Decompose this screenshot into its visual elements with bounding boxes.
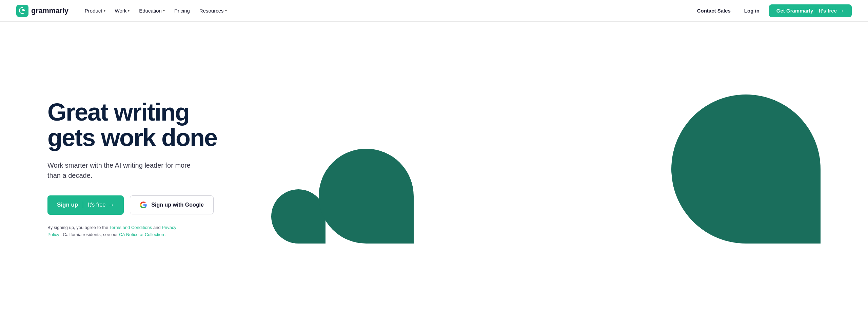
hero-content: Great writing gets work done Work smarte… bbox=[47, 100, 237, 238]
hero-section: Great writing gets work done Work smarte… bbox=[0, 22, 868, 316]
nav-item-education[interactable]: Education ▾ bbox=[135, 5, 169, 16]
logo-link[interactable]: grammarly bbox=[16, 5, 68, 17]
nav-resources-label: Resources bbox=[199, 8, 224, 14]
legal-and: and bbox=[153, 225, 162, 230]
hero-title: Great writing gets work done bbox=[47, 100, 237, 151]
work-chevron-icon: ▾ bbox=[128, 9, 130, 13]
hero-illustration bbox=[251, 88, 821, 250]
bubble-medium bbox=[319, 149, 414, 244]
ca-notice-link[interactable]: CA Notice at Collection bbox=[119, 232, 164, 237]
bubble-small bbox=[271, 189, 326, 244]
google-signup-label: Sign up with Google bbox=[151, 202, 204, 208]
legal-before: By signing up, you agree to the bbox=[47, 225, 110, 230]
navbar-left: grammarly Product ▾ Work ▾ Education ▾ P… bbox=[16, 5, 231, 17]
get-grammarly-label: Get Grammarly bbox=[776, 8, 813, 14]
nav-item-pricing[interactable]: Pricing bbox=[170, 5, 194, 16]
nav-item-product[interactable]: Product ▾ bbox=[81, 5, 110, 16]
login-button[interactable]: Log in bbox=[740, 5, 764, 16]
nav-education-label: Education bbox=[139, 8, 162, 14]
signup-free-label: It's free bbox=[88, 202, 105, 208]
google-icon bbox=[140, 201, 147, 209]
signup-separator bbox=[83, 202, 83, 208]
legal-text: By signing up, you agree to the Terms an… bbox=[47, 224, 176, 238]
product-chevron-icon: ▾ bbox=[104, 9, 105, 13]
legal-period: . bbox=[165, 232, 167, 237]
nav-links: Product ▾ Work ▾ Education ▾ Pricing Res… bbox=[81, 5, 231, 16]
get-grammarly-free-label: It's free bbox=[819, 8, 837, 14]
svg-rect-0 bbox=[16, 5, 28, 17]
google-signup-button[interactable]: Sign up with Google bbox=[130, 195, 214, 214]
signup-label: Sign up bbox=[57, 202, 78, 208]
grammarly-logo-icon bbox=[16, 5, 28, 17]
legal-after: . California residents, see our bbox=[60, 232, 119, 237]
svg-rect-1 bbox=[22, 10, 25, 11]
navbar: grammarly Product ▾ Work ▾ Education ▾ P… bbox=[0, 0, 868, 22]
contact-sales-button[interactable]: Contact Sales bbox=[693, 5, 735, 16]
hero-subtitle: Work smarter with the AI writing leader … bbox=[47, 160, 203, 181]
brand-name: grammarly bbox=[31, 6, 68, 15]
education-chevron-icon: ▾ bbox=[163, 9, 165, 13]
signup-button[interactable]: Sign up It's free → bbox=[47, 195, 124, 215]
terms-link[interactable]: Terms and Conditions bbox=[110, 225, 152, 230]
nav-product-label: Product bbox=[85, 8, 102, 14]
get-grammarly-arrow: → bbox=[839, 8, 844, 14]
nav-work-label: Work bbox=[115, 8, 127, 14]
button-separator bbox=[816, 8, 816, 14]
nav-pricing-label: Pricing bbox=[174, 8, 190, 14]
resources-chevron-icon: ▾ bbox=[225, 9, 227, 13]
navbar-right: Contact Sales Log in Get Grammarly It's … bbox=[693, 4, 852, 17]
nav-item-work[interactable]: Work ▾ bbox=[111, 5, 134, 16]
nav-item-resources[interactable]: Resources ▾ bbox=[195, 5, 231, 16]
get-grammarly-button[interactable]: Get Grammarly It's free → bbox=[769, 4, 852, 17]
hero-buttons: Sign up It's free → Sign up with Google bbox=[47, 195, 237, 215]
bubble-large bbox=[671, 94, 821, 244]
signup-arrow: → bbox=[108, 202, 114, 209]
